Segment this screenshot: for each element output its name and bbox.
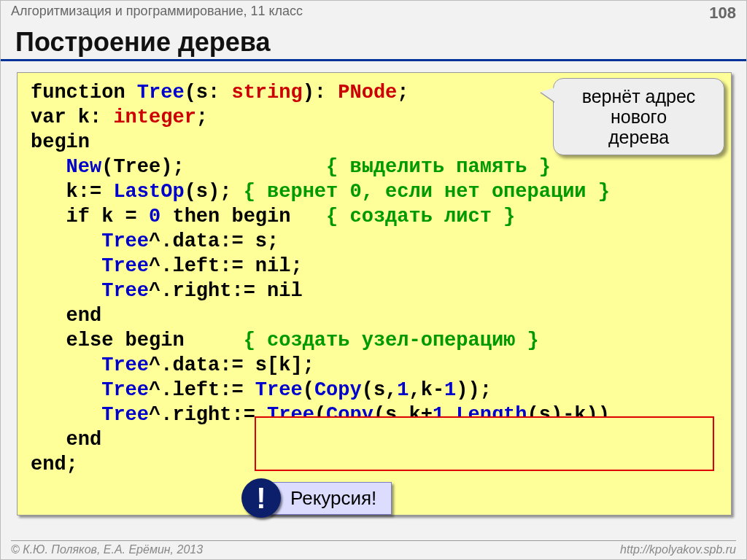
- code-text: Tree: [101, 354, 149, 376]
- footer: © К.Ю. Поляков, Е.А. Ерёмин, 2013 http:/…: [11, 540, 736, 556]
- code-comment: { вернет 0, если нет операции }: [244, 181, 610, 203]
- footer-url: http://kpolyakov.spb.ru: [620, 543, 736, 556]
- code-text: ):: [303, 82, 338, 104]
- code-text: end;: [31, 454, 78, 475]
- code-text: [31, 354, 101, 376]
- slide: Алгоритмизация и программирование, 11 кл…: [0, 0, 747, 560]
- code-text: Tree: [101, 255, 149, 277]
- code-text: New: [66, 156, 102, 178]
- code-text: ^.data:= s[k];: [149, 354, 314, 376]
- code-text: ^.left:= nil;: [149, 255, 303, 277]
- code-text: Tree: [137, 82, 185, 104]
- code-text: Tree: [101, 404, 149, 426]
- code-text: function: [31, 82, 137, 104]
- callout-tail-icon: [541, 88, 555, 102]
- exclamation-icon: !: [241, 478, 281, 518]
- copyright-text: © К.Ю. Поляков, Е.А. Ерёмин, 2013: [11, 543, 203, 556]
- callout-line: дерева: [564, 127, 713, 147]
- code-text: k:=: [31, 181, 113, 203]
- code-text: [31, 156, 66, 178]
- badge-label: Рекурсия!: [268, 482, 392, 515]
- code-text: ;: [196, 106, 208, 128]
- code-text: string: [231, 82, 302, 104]
- header: Алгоритмизация и программирование, 11 кл…: [1, 1, 746, 24]
- code-text: Tree: [101, 230, 149, 252]
- code-text: ,k-: [409, 379, 445, 401]
- code-text: integer: [113, 106, 196, 128]
- code-text: PNode: [338, 82, 397, 104]
- code-text: LastOp: [113, 181, 184, 203]
- code-text: Tree: [101, 280, 149, 302]
- code-text: if k =: [31, 206, 149, 228]
- code-text: (Tree);: [101, 156, 326, 178]
- code-text: Tree: [101, 379, 149, 401]
- code-text: ^.right:= nil: [149, 280, 303, 302]
- code-text: [31, 404, 101, 426]
- code-comment: { выделить память }: [326, 156, 551, 178]
- code-comment: { создать лист }: [326, 206, 515, 228]
- code-text: 1: [397, 379, 409, 401]
- subject-text: Алгоритмизация и программирование, 11 кл…: [11, 4, 303, 19]
- code-text: ;: [397, 82, 409, 104]
- code-text: end: [31, 305, 101, 327]
- callout-line: вернёт адрес: [564, 86, 713, 106]
- code-text: (s);: [185, 181, 244, 203]
- code-text: [31, 379, 101, 401]
- code-text: var k:: [31, 106, 113, 128]
- slide-title: Построение дерева: [1, 24, 746, 61]
- code-text: else begin: [31, 330, 244, 351]
- code-text: [31, 280, 101, 302]
- code-text: ));: [456, 379, 492, 401]
- code-text: ^.left:=: [149, 379, 255, 401]
- code-text: ^.right:=: [149, 404, 267, 426]
- code-text: [31, 255, 101, 277]
- recursion-badge: ! Рекурсия!: [241, 478, 392, 518]
- code-text: [31, 230, 101, 252]
- code-text: ^.data:= s;: [149, 230, 279, 252]
- code-text: end: [31, 429, 101, 451]
- code-comment: { создать узел-операцию }: [244, 330, 539, 351]
- code-text: Copy: [314, 379, 362, 401]
- code-text: Tree: [255, 379, 303, 401]
- code-text: (: [303, 379, 314, 401]
- callout-bubble: вернёт адрес нового дерева: [553, 78, 724, 155]
- highlight-box: [255, 416, 714, 471]
- code-text: 0: [149, 206, 160, 228]
- code-text: 1: [444, 379, 456, 401]
- code-text: (s:: [185, 82, 232, 104]
- code-text: (s,: [362, 379, 398, 401]
- code-text: begin: [31, 131, 90, 153]
- code-text: then begin: [160, 206, 326, 228]
- page-number: 108: [709, 4, 736, 23]
- callout-line: нового: [564, 106, 713, 127]
